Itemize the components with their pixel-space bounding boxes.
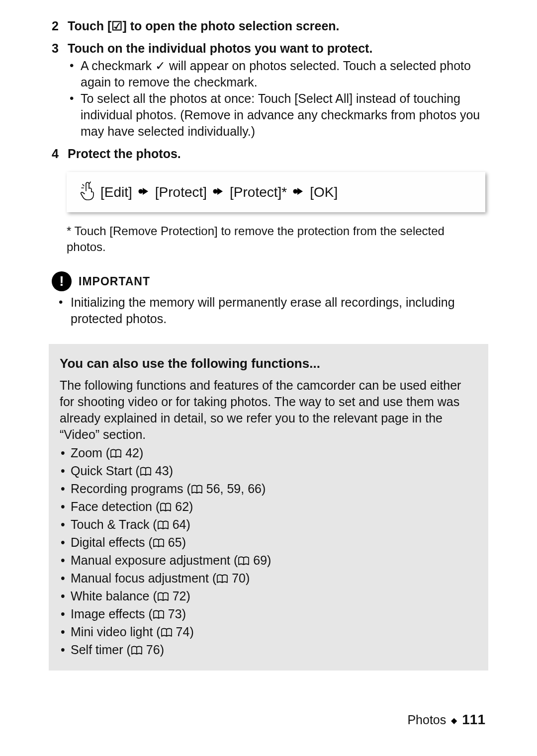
- book-icon: [131, 643, 143, 660]
- step-heading: Touch on the individual photos you want …: [68, 40, 485, 57]
- item-pages: 74: [176, 625, 190, 639]
- item-name: Manual exposure adjustment: [71, 553, 230, 567]
- text: Touch [: [68, 19, 111, 33]
- svg-point-1: [213, 189, 218, 193]
- item-pages: 76: [146, 643, 160, 657]
- path-segment: [Protect]: [155, 185, 207, 199]
- panel-list-item: White balance ( 72): [60, 588, 478, 606]
- item-name: Digital effects: [71, 535, 145, 549]
- panel-body: The following functions and features of …: [60, 377, 478, 443]
- step-2: 2 Touch [☑] to open the photo selection …: [52, 18, 485, 34]
- text: A checkmark: [81, 59, 155, 73]
- select-icon: ☑: [111, 19, 122, 33]
- step-4: 4 Protect the photos.: [52, 146, 485, 162]
- text: ] to open the photo selection screen.: [122, 19, 339, 33]
- panel-list-item: Zoom ( 42): [60, 445, 478, 463]
- item-pages: 56, 59, 66: [206, 482, 262, 496]
- panel-list-item: Manual exposure adjustment ( 69): [60, 552, 478, 570]
- step-body: Protect the photos.: [68, 146, 485, 162]
- panel-list-item: Recording programs ( 56, 59, 66): [60, 481, 478, 499]
- book-icon: [153, 536, 165, 552]
- panel-list-item: Self timer ( 76): [60, 642, 478, 660]
- book-icon: [238, 554, 250, 570]
- book-icon: [161, 625, 173, 642]
- item-name: Quick Start: [71, 464, 132, 478]
- item-name: White balance: [71, 589, 149, 603]
- svg-point-0: [138, 189, 143, 193]
- step-number: 2: [52, 18, 68, 34]
- step-number: 4: [52, 146, 68, 162]
- chevron-right-icon: [213, 185, 224, 199]
- item-name: Image effects: [71, 607, 145, 621]
- path-segment: [Edit]: [100, 185, 132, 199]
- touch-icon: [81, 181, 94, 203]
- step-number: 3: [52, 40, 68, 140]
- footnote: * Touch [Remove Protection] to remove th…: [52, 223, 485, 254]
- page-number: 111: [462, 711, 485, 729]
- path-segment: [OK]: [310, 185, 338, 199]
- item-name: Self timer: [71, 643, 123, 657]
- panel-list-item: Touch & Track ( 64): [60, 516, 478, 534]
- book-icon: [216, 572, 228, 588]
- item-pages: 42: [125, 446, 139, 460]
- important-label: IMPORTANT: [79, 274, 150, 289]
- book-icon: [157, 518, 169, 534]
- item-pages: 69: [253, 553, 267, 567]
- book-icon: [157, 589, 169, 606]
- path-segment: [Protect]*: [230, 185, 287, 199]
- exclamation-icon: !: [52, 271, 72, 291]
- item-pages: 73: [168, 607, 182, 621]
- item-name: Touch & Track: [71, 517, 149, 531]
- step-3: 3 Touch on the individual photos you wan…: [52, 40, 485, 140]
- book-icon: [140, 464, 152, 481]
- svg-point-2: [293, 189, 298, 193]
- panel-list-item: Manual focus adjustment ( 70): [60, 570, 478, 588]
- step-body: Touch on the individual photos you want …: [68, 40, 485, 140]
- important-item: Initializing the memory will permanently…: [52, 294, 485, 327]
- important-heading: ! IMPORTANT: [52, 271, 485, 291]
- panel-list: Zoom ( 42)Quick Start ( 43)Recording pro…: [60, 445, 478, 660]
- item-pages: 70: [232, 571, 246, 585]
- panel-list-item: Mini video light ( 74): [60, 624, 478, 642]
- item-name: Face detection: [71, 500, 152, 513]
- item-name: Manual focus adjustment: [71, 571, 209, 585]
- book-icon: [191, 482, 203, 499]
- panel-list-item: Quick Start ( 43): [60, 463, 478, 481]
- checkmark-icon: ✓: [155, 59, 166, 73]
- diamond-icon: ◆: [451, 715, 457, 726]
- step-heading: Protect the photos.: [68, 146, 485, 162]
- book-icon: [153, 607, 165, 624]
- item-pages: 65: [168, 535, 182, 549]
- item-name: Mini video light: [71, 625, 153, 639]
- panel-list-item: Digital effects ( 65): [60, 534, 478, 552]
- item-name: Zoom: [71, 446, 102, 460]
- step-body: Touch [☑] to open the photo selection sc…: [68, 18, 485, 34]
- book-icon: [110, 446, 122, 463]
- book-icon: [160, 500, 172, 516]
- item-pages: 72: [173, 589, 186, 603]
- important-list: Initializing the memory will permanently…: [52, 294, 485, 327]
- item-pages: 64: [173, 517, 186, 531]
- item-pages: 43: [155, 464, 169, 478]
- chevron-right-icon: [138, 185, 149, 199]
- item-name: Recording programs: [71, 482, 183, 496]
- touch-path-box: [Edit] [Protect] [Protect]* [OK]: [67, 172, 485, 212]
- panel-title: You can also use the following functions…: [60, 355, 478, 372]
- panel-list-item: Face detection ( 62): [60, 499, 478, 516]
- item-pages: 62: [175, 500, 189, 513]
- bullet-item: To select all the photos at once: Touch …: [68, 90, 485, 140]
- panel-list-item: Image effects ( 73): [60, 606, 478, 624]
- chevron-right-icon: [293, 185, 304, 199]
- step-bullets: A checkmark ✓ will appear on photos sele…: [68, 58, 485, 140]
- manual-page: 2 Touch [☑] to open the photo selection …: [0, 0, 537, 756]
- page-footer: Photos ◆ 111: [407, 711, 485, 729]
- related-functions-panel: You can also use the following functions…: [49, 344, 488, 670]
- bullet-item: A checkmark ✓ will appear on photos sele…: [68, 58, 485, 90]
- step-heading: Touch [☑] to open the photo selection sc…: [68, 19, 340, 33]
- footer-section: Photos: [407, 712, 446, 728]
